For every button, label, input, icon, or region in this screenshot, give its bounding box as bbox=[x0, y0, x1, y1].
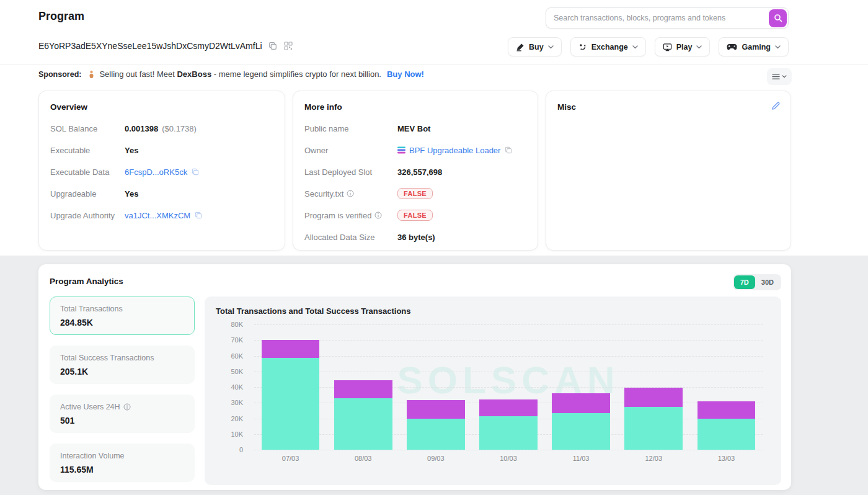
overview-card: Overview SOL Balance 0.001398($0.1738) E… bbox=[38, 91, 285, 251]
x-tick-label: 11/03 bbox=[545, 455, 618, 462]
bar-segment-success[interactable] bbox=[262, 358, 320, 450]
bar-segment-success[interactable] bbox=[334, 398, 392, 450]
upgrade-authority-link[interactable]: va1JCt...XMKzCM bbox=[125, 211, 190, 220]
y-tick-label: 30K bbox=[231, 399, 243, 406]
owner-row: Owner BPF Upgradeable Loader bbox=[304, 143, 526, 157]
bar-group[interactable] bbox=[327, 324, 399, 450]
bar-segment-success[interactable] bbox=[407, 419, 465, 450]
bar-group[interactable] bbox=[545, 324, 618, 450]
sponsor-mascot-icon bbox=[88, 70, 95, 79]
search-input[interactable] bbox=[554, 14, 769, 22]
bar-group[interactable] bbox=[472, 324, 544, 450]
chevron-down-icon bbox=[782, 75, 787, 78]
y-tick-label: 20K bbox=[231, 415, 243, 422]
bar-group[interactable] bbox=[254, 324, 327, 450]
info-icon[interactable] bbox=[123, 403, 131, 411]
upgradeable-label: Upgradeable bbox=[50, 189, 125, 198]
stacked-bar[interactable] bbox=[479, 399, 538, 450]
stat-label: Total Success Transactions bbox=[60, 354, 184, 362]
stat-total-success-transactions[interactable]: Total Success Transactions 205.1K bbox=[50, 346, 195, 384]
info-icon[interactable] bbox=[347, 190, 354, 197]
y-tick-label: 60K bbox=[231, 352, 243, 360]
stacked-bar[interactable] bbox=[262, 340, 320, 450]
gaming-icon bbox=[727, 43, 737, 51]
copy-icon[interactable] bbox=[504, 146, 513, 154]
stacked-bar-chart: SOLSCAN 010K20K30K40K50K60K70K80K 07/030… bbox=[216, 324, 770, 473]
executable-data-row: Executable Data 6FcspD...oRK5ck bbox=[50, 165, 273, 179]
x-tick-label: 13/03 bbox=[690, 455, 763, 462]
more-info-title: More info bbox=[304, 102, 526, 112]
allocated-data-size-value: 36 byte(s) bbox=[397, 233, 435, 242]
bar-group[interactable] bbox=[618, 324, 690, 450]
range-7d-button[interactable]: 7D bbox=[734, 275, 755, 289]
bpf-loader-icon bbox=[397, 146, 405, 154]
stacked-bar[interactable] bbox=[334, 380, 392, 450]
bar-segment-success[interactable] bbox=[624, 407, 683, 450]
bar-segment-success[interactable] bbox=[552, 413, 610, 450]
stat-label: Active Users 24H bbox=[60, 403, 120, 411]
stacked-bar[interactable] bbox=[407, 400, 465, 450]
copy-address-icon[interactable] bbox=[268, 41, 278, 51]
stacked-bar[interactable] bbox=[552, 393, 610, 450]
stat-active-users-24h[interactable]: Active Users 24H 501 bbox=[50, 395, 195, 433]
info-icon[interactable] bbox=[374, 212, 382, 219]
bar-segment-total[interactable] bbox=[334, 380, 392, 398]
sol-balance-row: SOL Balance 0.001398($0.1738) bbox=[50, 122, 273, 135]
bar-segment-total[interactable] bbox=[624, 388, 683, 406]
search-icon bbox=[774, 14, 782, 22]
bar-group[interactable] bbox=[690, 324, 763, 450]
more-info-card: More info Public name MEV Bot Owner BPF … bbox=[293, 91, 538, 251]
program-analytics-panel: Program Analytics 7D 30D Total Transacti… bbox=[38, 264, 791, 490]
play-label: Play bbox=[676, 43, 693, 51]
play-icon bbox=[663, 43, 672, 51]
y-tick-label: 50K bbox=[231, 368, 243, 375]
misc-card: Misc bbox=[546, 91, 791, 251]
stacked-bar[interactable] bbox=[624, 388, 683, 450]
gaming-button[interactable]: Gaming bbox=[719, 37, 789, 56]
security-txt-label: Security.txt bbox=[304, 189, 343, 198]
search-button[interactable] bbox=[769, 9, 787, 27]
chevron-down-icon bbox=[632, 45, 638, 49]
stats-column: Total Transactions 284.85K Total Success… bbox=[50, 297, 195, 493]
page-title: Program bbox=[38, 10, 84, 23]
bar-group[interactable] bbox=[399, 324, 472, 450]
analytics-title: Program Analytics bbox=[50, 277, 123, 286]
copy-icon[interactable] bbox=[191, 167, 200, 176]
bar-segment-total[interactable] bbox=[262, 340, 320, 358]
sponsored-cta-link[interactable]: Buy Now! bbox=[387, 69, 424, 79]
y-tick-label: 10K bbox=[231, 430, 243, 438]
bar-segment-total[interactable] bbox=[479, 399, 538, 416]
owner-link[interactable]: BPF Upgradeable Loader bbox=[409, 146, 500, 155]
bar-segment-total[interactable] bbox=[698, 401, 756, 419]
sol-balance-label: SOL Balance bbox=[50, 124, 125, 133]
bar-segment-total[interactable] bbox=[407, 400, 465, 418]
x-tick-label: 07/03 bbox=[254, 455, 327, 462]
bar-segment-success[interactable] bbox=[698, 419, 756, 450]
edit-pencil-icon[interactable] bbox=[771, 101, 781, 111]
exchange-button[interactable]: Exchange bbox=[570, 37, 646, 56]
stat-total-transactions[interactable]: Total Transactions 284.85K bbox=[50, 297, 195, 335]
stacked-bar[interactable] bbox=[698, 401, 756, 450]
x-tick-label: 10/03 bbox=[472, 455, 544, 462]
bar-segment-success[interactable] bbox=[479, 416, 538, 450]
range-30d-button[interactable]: 30D bbox=[755, 275, 780, 289]
bar-segment-total[interactable] bbox=[552, 393, 610, 413]
buy-button[interactable]: Buy bbox=[508, 37, 562, 56]
y-tick-label: 70K bbox=[231, 336, 243, 344]
copy-icon[interactable] bbox=[194, 211, 203, 220]
gridline bbox=[254, 450, 763, 450]
upgradeable-row: Upgradeable Yes bbox=[50, 187, 273, 200]
x-tick-label: 12/03 bbox=[618, 455, 690, 462]
program-verified-row: Program is verified FALSE bbox=[304, 208, 526, 222]
executable-data-link[interactable]: 6FcspD...oRK5ck bbox=[125, 167, 187, 177]
program-verified-label: Program is verified bbox=[304, 211, 371, 220]
buy-icon bbox=[516, 43, 525, 51]
security-txt-row: Security.txt FALSE bbox=[304, 187, 526, 200]
banner-options-button[interactable] bbox=[767, 68, 792, 85]
qr-code-icon[interactable] bbox=[283, 41, 293, 51]
search-bar bbox=[546, 7, 789, 29]
stat-value: 284.85K bbox=[60, 318, 184, 328]
header-divider bbox=[0, 64, 868, 65]
play-button[interactable]: Play bbox=[655, 37, 711, 56]
stat-interaction-volume[interactable]: Interaction Volume 115.65M bbox=[50, 444, 195, 482]
